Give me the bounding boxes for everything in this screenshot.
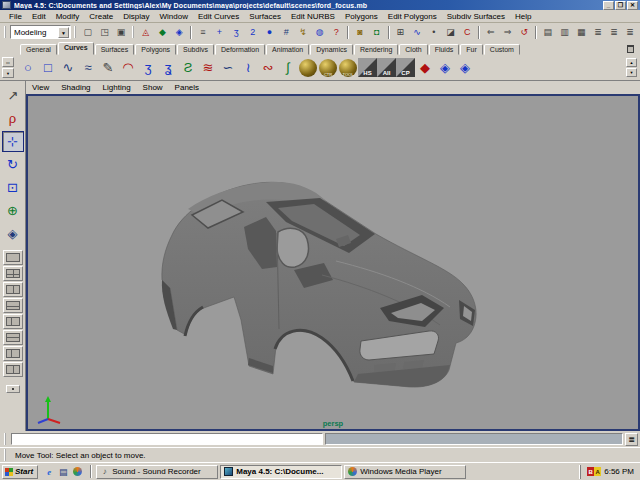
- shelf-trash-icon[interactable]: [624, 43, 636, 55]
- pencil-curve-tool-icon[interactable]: ✎: [98, 58, 118, 78]
- construction-history-icon[interactable]: ↺: [516, 25, 532, 40]
- shelf-tab-subdivs[interactable]: Subdivs: [177, 44, 214, 55]
- tray-language-icon[interactable]: B A: [587, 467, 601, 476]
- offset-curve-icon[interactable]: ∾: [258, 58, 278, 78]
- shelf-tab-fur[interactable]: Fur: [460, 44, 483, 55]
- highlight-selection-icon[interactable]: ◘: [369, 25, 385, 40]
- layout-persp-uv-button[interactable]: [3, 362, 23, 377]
- scale-tool[interactable]: ⊡: [2, 177, 24, 198]
- ipr-render-icon[interactable]: ▥: [557, 25, 573, 40]
- hypershade-ctr-sphere-icon[interactable]: CTR: [318, 58, 338, 78]
- perspective-viewport[interactable]: persp: [26, 94, 640, 431]
- minimize-button[interactable]: _: [603, 1, 614, 10]
- paint-effects-red-icon[interactable]: ◆: [415, 58, 435, 78]
- toggle-tool-settings-icon[interactable]: ≣: [606, 25, 622, 40]
- open-scene-icon[interactable]: ◳: [97, 25, 113, 40]
- media-player-launch-icon[interactable]: [71, 466, 83, 478]
- select-misc-icon[interactable]: ?: [328, 25, 344, 40]
- menu-create[interactable]: Create: [84, 11, 118, 22]
- restore-button[interactable]: ❐: [615, 1, 626, 10]
- panel-menu-lighting[interactable]: Lighting: [103, 82, 137, 93]
- all-button[interactable]: All: [377, 58, 396, 77]
- select-handles-icon[interactable]: ≡: [195, 25, 211, 40]
- cp-button[interactable]: CP: [396, 58, 415, 77]
- layout-single-pane-button[interactable]: [3, 250, 23, 265]
- script-editor-icon[interactable]: ≣: [625, 433, 638, 446]
- toolbar-grip[interactable]: [4, 26, 7, 38]
- rotate-tool[interactable]: ↻: [2, 154, 24, 175]
- menu-surfaces[interactable]: Surfaces: [244, 11, 286, 22]
- snap-point-icon[interactable]: •: [426, 25, 442, 40]
- menu-edit-polygons[interactable]: Edit Polygons: [383, 11, 442, 22]
- shelf-tab-dynamics[interactable]: Dynamics: [310, 44, 353, 55]
- shelf-tab-surfaces[interactable]: Surfaces: [95, 44, 135, 55]
- panel-menu-panels[interactable]: Panels: [175, 82, 205, 93]
- shelf-scroll-down-icon[interactable]: ▼: [626, 68, 637, 77]
- task-sound-recorder[interactable]: ♪ Sound - Sound Recorder: [96, 465, 218, 479]
- output-connections-icon[interactable]: ⇒: [500, 25, 516, 40]
- shelf-tab-general[interactable]: General: [20, 44, 57, 55]
- align-curves-icon[interactable]: Ƨ: [178, 58, 198, 78]
- layout-four-pane-button[interactable]: [3, 266, 23, 281]
- layout-hypershade-persp-button[interactable]: [3, 346, 23, 361]
- open-close-curves-icon[interactable]: ≋: [198, 58, 218, 78]
- menu-edit-nurbs[interactable]: Edit NURBS: [286, 11, 340, 22]
- show-desktop-icon[interactable]: ▤: [57, 466, 69, 478]
- select-curves-alt-icon[interactable]: 2: [245, 25, 261, 40]
- select-deformations-icon[interactable]: #: [278, 25, 294, 40]
- hypershade-sphere-icon[interactable]: [298, 58, 318, 78]
- menu-edit-curves[interactable]: Edit Curves: [193, 11, 244, 22]
- menu-file[interactable]: File: [4, 11, 27, 22]
- panel-menu-shading[interactable]: Shading: [61, 82, 96, 93]
- shelf-menu-icon[interactable]: ▭: [2, 57, 14, 67]
- select-points-icon[interactable]: +: [212, 25, 228, 40]
- show-manipulator-tool[interactable]: ⊕: [2, 200, 24, 221]
- shelf-tab-fluids[interactable]: Fluids: [429, 44, 460, 55]
- input-connections-icon[interactable]: ⇐: [483, 25, 499, 40]
- snap-magnet-icon[interactable]: C: [459, 25, 475, 40]
- hypershade-tool-sphere-icon[interactable]: TOOL: [338, 58, 358, 78]
- cv-curve-tool-icon[interactable]: ∿: [58, 58, 78, 78]
- nurbs-circle-icon[interactable]: ○: [18, 58, 38, 78]
- command-line-input[interactable]: [11, 433, 323, 445]
- hs-button[interactable]: HS: [358, 58, 377, 77]
- layout-two-pane-side-button[interactable]: [3, 282, 23, 297]
- layout-persp-outliner-button[interactable]: [3, 314, 23, 329]
- render-current-frame-icon[interactable]: ▤: [540, 25, 556, 40]
- select-component-icon[interactable]: ◈: [171, 25, 187, 40]
- shelf-tab-curves[interactable]: Curves: [58, 42, 94, 55]
- menu-help[interactable]: Help: [510, 11, 536, 22]
- toggle-attribute-editor-icon[interactable]: ≣: [590, 25, 606, 40]
- snap-grid-icon[interactable]: ⊞: [393, 25, 409, 40]
- shelf-tab-animation[interactable]: Animation: [266, 44, 309, 55]
- select-dynamics-icon[interactable]: ↯: [295, 25, 311, 40]
- select-hierarchy-icon[interactable]: ◬: [138, 25, 154, 40]
- snap-curve-icon[interactable]: ∿: [409, 25, 425, 40]
- select-curves-icon[interactable]: ʒ: [228, 25, 244, 40]
- menu-display[interactable]: Display: [118, 11, 154, 22]
- layout-two-pane-stacked-button[interactable]: [3, 298, 23, 313]
- menu-edit[interactable]: Edit: [27, 11, 51, 22]
- toggle-channel-box-icon[interactable]: ≣: [622, 25, 638, 40]
- shelf-tab-custom[interactable]: Custom: [484, 44, 520, 55]
- help-line-grip[interactable]: [4, 449, 7, 461]
- select-rendering-icon[interactable]: ◍: [312, 25, 328, 40]
- render-globals-icon[interactable]: ▦: [573, 25, 589, 40]
- lock-icon[interactable]: ◙: [352, 25, 368, 40]
- insert-knot-icon[interactable]: ∽: [218, 58, 238, 78]
- select-object-icon[interactable]: ◆: [155, 25, 171, 40]
- last-tool[interactable]: ◈: [2, 223, 24, 244]
- menu-modify[interactable]: Modify: [51, 11, 85, 22]
- internet-explorer-icon[interactable]: e: [43, 466, 55, 478]
- shelf-tab-rendering[interactable]: Rendering: [354, 44, 398, 55]
- close-button[interactable]: ✕: [627, 1, 638, 10]
- select-surfaces-icon[interactable]: ●: [262, 25, 278, 40]
- menu-window[interactable]: Window: [155, 11, 193, 22]
- detach-curves-icon[interactable]: ʓ: [158, 58, 178, 78]
- command-line-grip[interactable]: [4, 433, 7, 445]
- snap-plane-icon[interactable]: ◪: [443, 25, 459, 40]
- panel-menu-show[interactable]: Show: [143, 82, 169, 93]
- layout-persp-graph-button[interactable]: [3, 330, 23, 345]
- menu-mode-selector[interactable]: Modeling ▼: [10, 25, 71, 39]
- move-tool[interactable]: ⊹: [2, 131, 24, 152]
